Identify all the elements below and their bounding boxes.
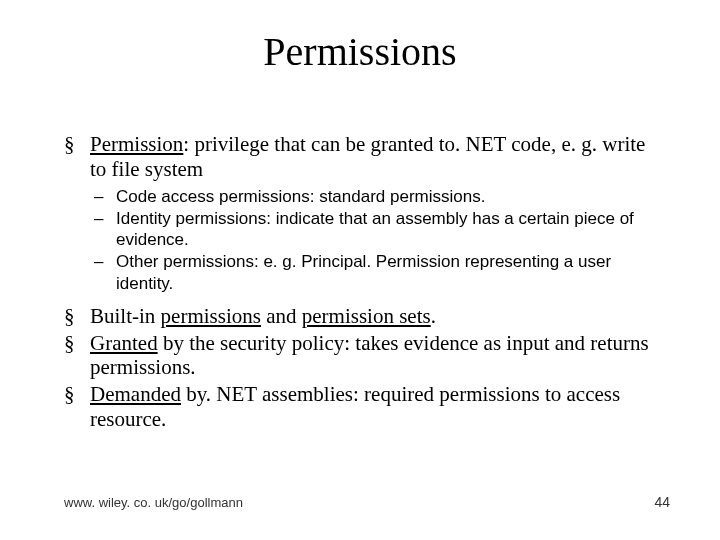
sub-bullet-3-a: Other permissions: e. g. [116,252,301,271]
bullet-2-a: Built-in [90,304,161,328]
sub-bullet-3: Other permissions: e. g. Principal. Perm… [64,251,664,294]
slide-body: Permission: privilege that can be grante… [64,132,664,434]
bullet-1: Permission: privilege that can be grante… [64,132,664,182]
slide: Permissions Permission: privilege that c… [0,0,720,540]
page-number: 44 [654,494,670,510]
bullet-2: Built-in permissions and permission sets… [64,304,664,329]
bullet-1-keyword: Permission [90,132,183,156]
sub-bullet-1: Code access permissions: standard permis… [64,186,664,207]
sub-bullet-3-b: Principal. Permission [301,252,460,271]
bullet-4-a: Demanded [90,382,181,406]
footer-url: www. wiley. co. uk/go/gollmann [64,495,243,510]
bullet-4: Demanded by. NET assemblies: required pe… [64,382,664,432]
sub-bullets: Code access permissions: standard permis… [64,186,664,294]
bullet-2-d: permission sets [302,304,431,328]
bullet-3: Granted by the security policy: takes ev… [64,331,664,381]
sub-bullet-2: Identity permissions: indicate that an a… [64,208,664,251]
bullet-2-c: and [261,304,302,328]
bullet-2-b: permissions [161,304,261,328]
bullet-2-e: . [431,304,436,328]
bullet-3-a: Granted [90,331,158,355]
bullet-3-b: by the security policy: takes evidence a… [90,331,649,380]
slide-title: Permissions [0,28,720,75]
